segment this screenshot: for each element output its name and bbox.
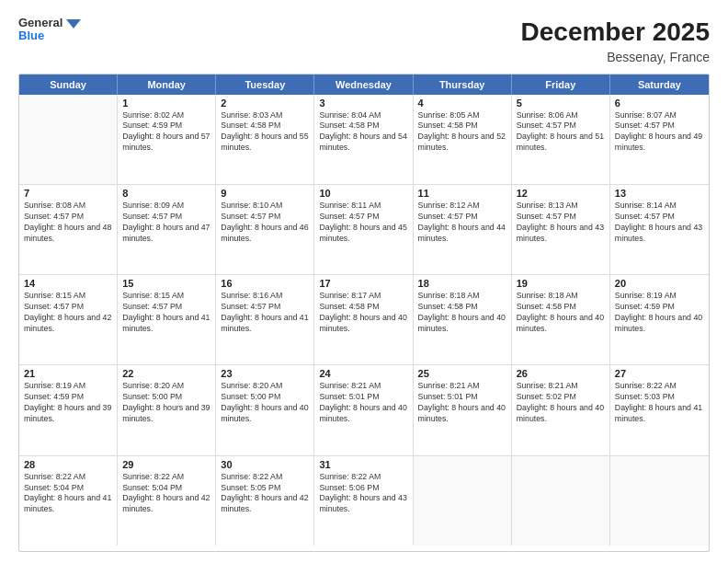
day-number: 11 (418, 188, 506, 199)
day-info: Sunrise: 8:02 AM Sunset: 4:59 PM Dayligh… (122, 110, 210, 155)
day-info: Sunrise: 8:10 AM Sunset: 4:57 PM Dayligh… (221, 201, 309, 245)
day-number: 25 (418, 368, 506, 379)
week-row-4: 21Sunrise: 8:19 AM Sunset: 4:59 PM Dayli… (19, 365, 709, 455)
cell-w4-d3: 24Sunrise: 8:21 AM Sunset: 5:01 PM Dayli… (314, 365, 413, 454)
day-info: Sunrise: 8:17 AM Sunset: 4:58 PM Dayligh… (319, 291, 407, 335)
header-sunday: Sunday (19, 75, 118, 95)
day-info: Sunrise: 8:18 AM Sunset: 4:58 PM Dayligh… (517, 291, 605, 335)
day-number: 27 (615, 368, 704, 379)
day-number: 3 (319, 98, 407, 109)
logo: General Blue (18, 17, 81, 43)
day-info: Sunrise: 8:15 AM Sunset: 4:57 PM Dayligh… (24, 291, 112, 335)
week-row-1: 1Sunrise: 8:02 AM Sunset: 4:59 PM Daylig… (19, 95, 709, 185)
day-number: 23 (221, 368, 309, 379)
day-number: 1 (122, 98, 210, 109)
day-info: Sunrise: 8:19 AM Sunset: 4:59 PM Dayligh… (24, 381, 112, 425)
day-number: 18 (418, 278, 506, 289)
cell-w4-d6: 27Sunrise: 8:22 AM Sunset: 5:03 PM Dayli… (610, 365, 709, 454)
day-info: Sunrise: 8:22 AM Sunset: 5:03 PM Dayligh… (615, 381, 704, 425)
day-info: Sunrise: 8:21 AM Sunset: 5:01 PM Dayligh… (418, 381, 506, 425)
cell-w1-d4: 4Sunrise: 8:05 AM Sunset: 4:58 PM Daylig… (414, 95, 512, 184)
cell-w3-d0: 14Sunrise: 8:15 AM Sunset: 4:57 PM Dayli… (19, 275, 118, 364)
day-number: 4 (418, 98, 506, 109)
cell-w1-d6: 6Sunrise: 8:07 AM Sunset: 4:57 PM Daylig… (610, 95, 709, 184)
cell-w4-d0: 21Sunrise: 8:19 AM Sunset: 4:59 PM Dayli… (19, 365, 118, 454)
day-info: Sunrise: 8:06 AM Sunset: 4:57 PM Dayligh… (517, 110, 605, 155)
cell-w2-d1: 8Sunrise: 8:09 AM Sunset: 4:57 PM Daylig… (118, 185, 216, 274)
day-number: 9 (221, 188, 309, 199)
cell-w3-d4: 18Sunrise: 8:18 AM Sunset: 4:58 PM Dayli… (414, 275, 512, 364)
cell-w4-d1: 22Sunrise: 8:20 AM Sunset: 5:00 PM Dayli… (118, 365, 216, 454)
cell-w1-d0 (19, 95, 118, 184)
day-number: 16 (221, 278, 309, 289)
cell-w3-d3: 17Sunrise: 8:17 AM Sunset: 4:58 PM Dayli… (314, 275, 413, 364)
day-number: 31 (319, 459, 407, 470)
header-friday: Friday (512, 75, 610, 95)
main-title: December 2025 (521, 17, 710, 48)
cell-w1-d1: 1Sunrise: 8:02 AM Sunset: 4:59 PM Daylig… (118, 95, 216, 184)
cell-w2-d2: 9Sunrise: 8:10 AM Sunset: 4:57 PM Daylig… (216, 185, 314, 274)
day-number: 8 (122, 188, 210, 199)
day-number: 17 (319, 278, 407, 289)
calendar-body: 1Sunrise: 8:02 AM Sunset: 4:59 PM Daylig… (19, 95, 709, 546)
day-info: Sunrise: 8:08 AM Sunset: 4:57 PM Dayligh… (24, 201, 112, 245)
day-info: Sunrise: 8:09 AM Sunset: 4:57 PM Dayligh… (122, 201, 210, 245)
calendar: Sunday Monday Tuesday Wednesday Thursday… (18, 74, 710, 552)
cell-w3-d1: 15Sunrise: 8:15 AM Sunset: 4:57 PM Dayli… (118, 275, 216, 364)
day-info: Sunrise: 8:15 AM Sunset: 4:57 PM Dayligh… (122, 291, 210, 335)
day-info: Sunrise: 8:16 AM Sunset: 4:57 PM Dayligh… (221, 291, 309, 335)
day-number: 7 (24, 188, 112, 199)
day-info: Sunrise: 8:21 AM Sunset: 5:02 PM Dayligh… (517, 381, 605, 425)
day-info: Sunrise: 8:13 AM Sunset: 4:57 PM Dayligh… (517, 201, 605, 245)
day-number: 20 (615, 278, 704, 289)
day-info: Sunrise: 8:20 AM Sunset: 5:00 PM Dayligh… (221, 381, 309, 425)
cell-w2-d5: 12Sunrise: 8:13 AM Sunset: 4:57 PM Dayli… (512, 185, 610, 274)
logo-triangle-icon (66, 19, 81, 29)
day-number: 12 (517, 188, 605, 199)
cell-w5-d0: 28Sunrise: 8:22 AM Sunset: 5:04 PM Dayli… (19, 456, 118, 546)
day-number: 5 (517, 98, 605, 109)
day-info: Sunrise: 8:22 AM Sunset: 5:04 PM Dayligh… (24, 472, 112, 516)
day-number: 29 (122, 459, 210, 470)
day-info: Sunrise: 8:03 AM Sunset: 4:58 PM Dayligh… (221, 110, 309, 155)
cell-w3-d5: 19Sunrise: 8:18 AM Sunset: 4:58 PM Dayli… (512, 275, 610, 364)
page: General Blue December 2025 Bessenay, Fra… (0, 0, 728, 563)
day-info: Sunrise: 8:12 AM Sunset: 4:57 PM Dayligh… (418, 201, 506, 245)
day-info: Sunrise: 8:19 AM Sunset: 4:59 PM Dayligh… (615, 291, 704, 335)
day-number: 2 (221, 98, 309, 109)
day-number: 15 (122, 278, 210, 289)
cell-w2-d3: 10Sunrise: 8:11 AM Sunset: 4:57 PM Dayli… (314, 185, 413, 274)
cell-w1-d3: 3Sunrise: 8:04 AM Sunset: 4:58 PM Daylig… (314, 95, 413, 184)
header-tuesday: Tuesday (216, 75, 314, 95)
week-row-5: 28Sunrise: 8:22 AM Sunset: 5:04 PM Dayli… (19, 456, 709, 546)
cell-w5-d5 (512, 456, 610, 546)
cell-w5-d6 (610, 456, 709, 546)
day-number: 24 (319, 368, 407, 379)
day-info: Sunrise: 8:22 AM Sunset: 5:06 PM Dayligh… (319, 472, 407, 516)
cell-w4-d4: 25Sunrise: 8:21 AM Sunset: 5:01 PM Dayli… (414, 365, 512, 454)
cell-w1-d5: 5Sunrise: 8:06 AM Sunset: 4:57 PM Daylig… (512, 95, 610, 184)
day-info: Sunrise: 8:11 AM Sunset: 4:57 PM Dayligh… (319, 201, 407, 245)
day-info: Sunrise: 8:14 AM Sunset: 4:57 PM Dayligh… (615, 201, 704, 245)
calendar-header: Sunday Monday Tuesday Wednesday Thursday… (19, 75, 709, 95)
header-monday: Monday (118, 75, 216, 95)
cell-w5-d3: 31Sunrise: 8:22 AM Sunset: 5:06 PM Dayli… (314, 456, 413, 546)
day-info: Sunrise: 8:05 AM Sunset: 4:58 PM Dayligh… (418, 110, 506, 155)
day-info: Sunrise: 8:22 AM Sunset: 5:04 PM Dayligh… (122, 472, 210, 516)
day-info: Sunrise: 8:07 AM Sunset: 4:57 PM Dayligh… (615, 110, 704, 155)
header-thursday: Thursday (414, 75, 512, 95)
cell-w5-d2: 30Sunrise: 8:22 AM Sunset: 5:05 PM Dayli… (216, 456, 314, 546)
cell-w3-d2: 16Sunrise: 8:16 AM Sunset: 4:57 PM Dayli… (216, 275, 314, 364)
day-number: 13 (615, 188, 704, 199)
day-info: Sunrise: 8:18 AM Sunset: 4:58 PM Dayligh… (418, 291, 506, 335)
header-saturday: Saturday (610, 75, 709, 95)
cell-w3-d6: 20Sunrise: 8:19 AM Sunset: 4:59 PM Dayli… (610, 275, 709, 364)
cell-w5-d1: 29Sunrise: 8:22 AM Sunset: 5:04 PM Dayli… (118, 456, 216, 546)
subtitle: Bessenay, France (521, 50, 710, 64)
cell-w5-d4 (414, 456, 512, 546)
week-row-2: 7Sunrise: 8:08 AM Sunset: 4:57 PM Daylig… (19, 185, 709, 275)
cell-w4-d2: 23Sunrise: 8:20 AM Sunset: 5:00 PM Dayli… (216, 365, 314, 454)
cell-w2-d0: 7Sunrise: 8:08 AM Sunset: 4:57 PM Daylig… (19, 185, 118, 274)
day-info: Sunrise: 8:20 AM Sunset: 5:00 PM Dayligh… (122, 381, 210, 425)
header: General Blue December 2025 Bessenay, Fra… (18, 17, 710, 64)
